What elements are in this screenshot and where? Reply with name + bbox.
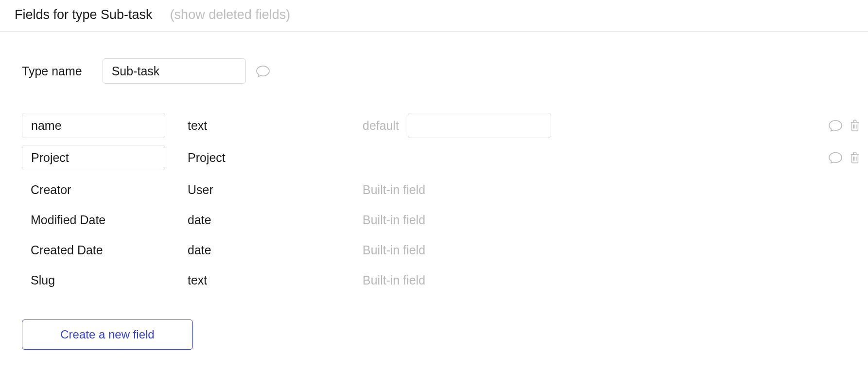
field-name-label: Modified Date xyxy=(22,213,165,227)
row-actions xyxy=(828,119,860,132)
field-name-input[interactable] xyxy=(22,145,165,170)
field-name-label: Creator xyxy=(22,183,165,197)
field-row: Project xyxy=(22,142,853,173)
type-name-label: Type name xyxy=(22,64,82,78)
default-label: default xyxy=(363,119,399,133)
field-row: text default xyxy=(22,110,853,141)
field-type-label: text xyxy=(188,119,363,133)
row-actions xyxy=(828,151,860,164)
comment-icon[interactable] xyxy=(828,119,843,132)
type-name-input[interactable] xyxy=(103,58,246,84)
field-name-label: Created Date xyxy=(22,243,165,257)
builtin-field-label: Built-in field xyxy=(363,243,425,257)
trash-icon[interactable] xyxy=(850,120,860,131)
field-name-label: Slug xyxy=(22,273,165,287)
comment-icon[interactable] xyxy=(256,65,270,77)
type-name-row: Type name xyxy=(22,58,853,84)
comment-icon[interactable] xyxy=(828,151,843,164)
builtin-field-label: Built-in field xyxy=(363,183,425,197)
field-name-input[interactable] xyxy=(22,113,165,138)
field-row: Created Date date Built-in field xyxy=(22,235,853,265)
builtin-field-label: Built-in field xyxy=(363,273,425,287)
builtin-field-label: Built-in field xyxy=(363,213,425,227)
page-title: Fields for type Sub-task xyxy=(15,7,153,22)
field-row: Slug text Built-in field xyxy=(22,265,853,295)
show-deleted-fields-link[interactable]: (show deleted fields) xyxy=(170,7,291,22)
trash-icon[interactable] xyxy=(850,152,860,163)
field-type-label: Project xyxy=(188,151,363,165)
field-row: Creator User Built-in field xyxy=(22,175,853,205)
content-area: Type name text default xyxy=(0,32,868,364)
create-new-field-button[interactable]: Create a new field xyxy=(22,320,193,350)
field-type-label: text xyxy=(188,273,363,287)
field-default-input[interactable] xyxy=(408,113,551,138)
field-row: Modified Date date Built-in field xyxy=(22,205,853,235)
field-type-label: date xyxy=(188,213,363,227)
field-type-label: User xyxy=(188,183,363,197)
page-header: Fields for type Sub-task (show deleted f… xyxy=(0,0,868,32)
field-type-label: date xyxy=(188,243,363,257)
